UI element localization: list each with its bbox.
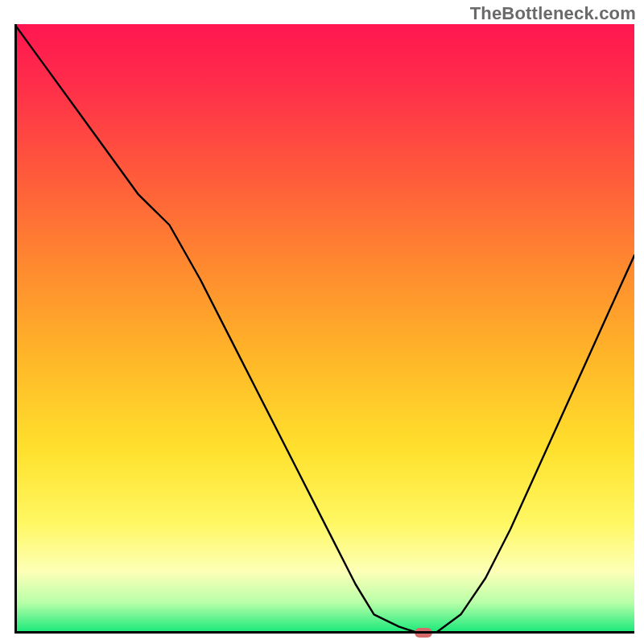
- watermark-text: TheBottleneck.com: [470, 3, 636, 24]
- chart-container: TheBottleneck.com: [0, 0, 644, 644]
- curve-svg: [14, 24, 634, 633]
- x-axis-line: [14, 631, 634, 634]
- plot-area: [14, 24, 634, 633]
- bottleneck-curve-path: [14, 24, 634, 633]
- y-axis-line: [14, 24, 17, 633]
